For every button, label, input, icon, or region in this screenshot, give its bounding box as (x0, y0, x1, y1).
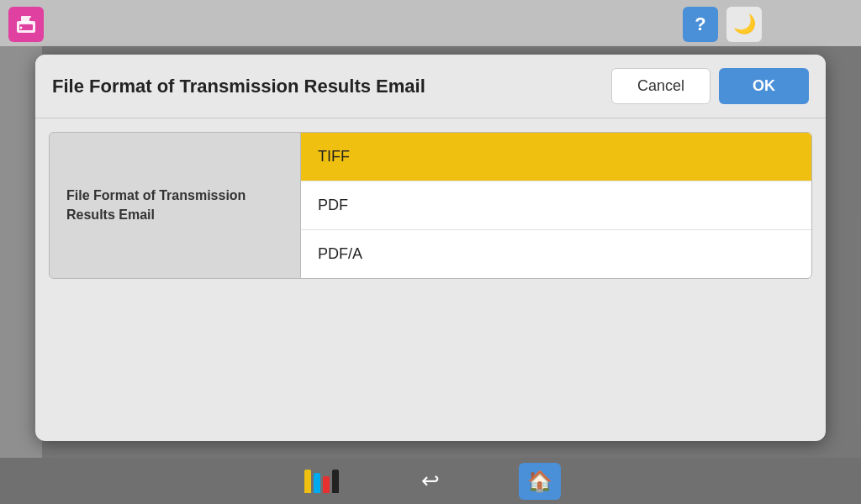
dialog-header: File Format of Transmission Results Emai… (35, 55, 826, 118)
ink-bar-red (323, 476, 330, 493)
svg-rect-3 (29, 18, 33, 21)
dialog-title: File Format of Transmission Results Emai… (52, 76, 425, 97)
ink-button[interactable] (300, 463, 342, 500)
bottom-bar: ↩ 🏠 (0, 458, 861, 504)
dialog-overlay: File Format of Transmission Results Emai… (0, 46, 861, 458)
format-dropdown-list: TIFF PDF PDF/A (300, 132, 812, 279)
ink-bar-black (332, 470, 339, 493)
ink-icon (304, 470, 339, 493)
help-label: ? (695, 13, 705, 35)
moon-button[interactable]: 🌙 (726, 7, 762, 42)
field-label: File Format of Transmission Results Emai… (49, 132, 301, 279)
home-button[interactable]: 🏠 (519, 463, 561, 500)
ink-bar-cyan (314, 473, 320, 493)
back-icon: ↩ (421, 468, 440, 494)
option-tiff[interactable]: TIFF (301, 133, 811, 181)
option-pdfa-label: PDF/A (318, 245, 362, 262)
ok-button[interactable]: OK (719, 68, 809, 104)
option-tiff-label: TIFF (318, 148, 350, 165)
ink-bar-yellow (304, 470, 311, 493)
option-pdf[interactable]: PDF (301, 181, 811, 230)
back-button[interactable]: ↩ (409, 463, 452, 500)
help-button[interactable]: ? (683, 7, 718, 42)
fax-icon (8, 7, 44, 42)
home-icon: 🏠 (527, 470, 552, 493)
moon-icon: 🌙 (733, 13, 756, 35)
option-pdf-label: PDF (318, 197, 348, 213)
svg-point-4 (20, 27, 23, 29)
dialog-buttons: Cancel OK (611, 68, 809, 104)
dialog-box: File Format of Transmission Results Emai… (35, 55, 826, 441)
option-pdfa[interactable]: PDF/A (301, 230, 811, 278)
dialog-content: File Format of Transmission Results Emai… (35, 118, 826, 292)
cancel-button[interactable]: Cancel (611, 68, 710, 104)
